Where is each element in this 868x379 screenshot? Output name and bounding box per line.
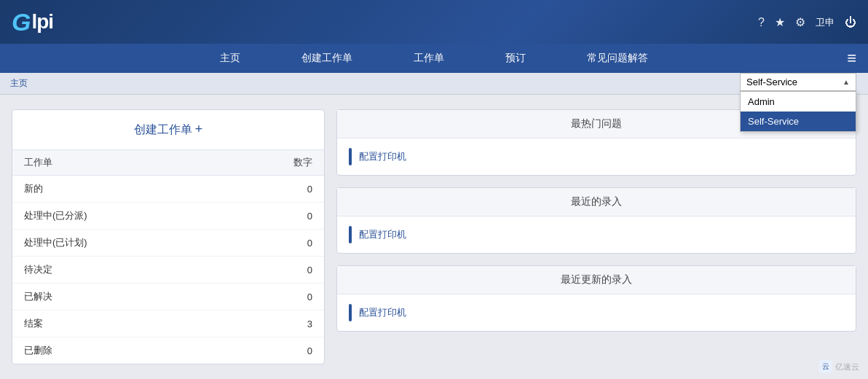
- create-ticket-header: 创建工作单+: [12, 110, 324, 150]
- plus-icon: +: [195, 122, 203, 136]
- ticket-row-value: 0: [221, 230, 324, 257]
- table-row: 已删除 0: [12, 337, 324, 364]
- card-accent-bar: [349, 304, 352, 321]
- table-row: 处理中(已计划) 0: [12, 230, 324, 257]
- ticket-row-label: 已解决: [12, 284, 221, 310]
- info-card-header: 最近的录入: [337, 188, 856, 216]
- logo-g: G: [12, 8, 30, 36]
- nav-booking[interactable]: 预订: [497, 46, 534, 71]
- ticket-row-label: 待决定: [12, 257, 221, 284]
- dropdown-option-admin[interactable]: Admin: [741, 92, 856, 112]
- right-panel: 最热门问题 配置打印机 最近的录入 配置打印机 最近更新的录入 配置打印机: [336, 109, 856, 364]
- watermark-text: 亿速云: [835, 362, 859, 372]
- table-row: 已解决 0: [12, 284, 324, 310]
- role-dropdown-trigger[interactable]: Self-Service ▲: [740, 73, 856, 91]
- main-content: 创建工作单+ 工作单 数字 新的 0 处理中(已分派) 0 处理中(已计划) 0…: [0, 95, 868, 379]
- info-card-recently-updated: 最近更新的录入 配置打印机: [336, 265, 856, 332]
- nav-faq[interactable]: 常见问题解答: [578, 46, 657, 71]
- table-row: 新的 0: [12, 176, 324, 203]
- ticket-row-label: 处理中(已分派): [12, 203, 221, 230]
- card-item-link[interactable]: 配置打印机: [359, 306, 406, 319]
- settings-icon[interactable]: ⚙: [795, 15, 805, 29]
- card-accent-bar: [349, 226, 352, 243]
- ticket-row-value: 0: [221, 337, 324, 364]
- nav-tickets[interactable]: 工作单: [405, 46, 453, 71]
- nav-home[interactable]: 主页: [211, 46, 249, 71]
- user-label[interactable]: 卫申: [816, 15, 835, 28]
- watermark-logo-icon: 云: [819, 360, 832, 373]
- nav-create-ticket[interactable]: 创建工作单: [293, 46, 361, 71]
- table-row: 待决定 0: [12, 257, 324, 284]
- info-card-body: 配置打印机: [337, 294, 856, 331]
- header-icons: ? ★ ⚙ 卫申 ⏻: [758, 15, 856, 29]
- ticket-row-value: 0: [221, 257, 324, 284]
- role-dropdown-menu: Admin Self-Service: [740, 91, 856, 132]
- info-card-body: 配置打印机: [337, 216, 856, 253]
- breadcrumb-home[interactable]: 主页: [10, 77, 28, 90]
- ticket-stats-panel: 创建工作单+ 工作单 数字 新的 0 处理中(已分派) 0 处理中(已计划) 0…: [12, 109, 325, 364]
- star-icon[interactable]: ★: [775, 15, 785, 29]
- ticket-row-value: 3: [221, 310, 324, 337]
- ticket-row-label: 结案: [12, 310, 221, 337]
- role-dropdown-container: Self-Service ▲ Admin Self-Service: [740, 73, 856, 132]
- ticket-row-value: 0: [221, 203, 324, 230]
- logo[interactable]: Glpi: [12, 8, 53, 36]
- info-card-recent-entries: 最近的录入 配置打印机: [336, 187, 856, 254]
- dropdown-arrow-icon: ▲: [843, 78, 850, 86]
- ticket-row-value: 0: [221, 284, 324, 310]
- breadcrumb-bar: 主页: [0, 73, 868, 95]
- col-ticket-header: 工作单: [12, 150, 221, 176]
- hamburger-icon[interactable]: ≡: [847, 49, 856, 68]
- card-accent-bar: [349, 148, 352, 165]
- ticket-row-value: 0: [221, 176, 324, 203]
- ticket-row-label: 新的: [12, 176, 221, 203]
- nav-items: 主页 创建工作单 工作单 预订 常见问题解答: [211, 46, 657, 71]
- info-card-body: 配置打印机: [337, 138, 856, 175]
- table-row: 结案 3: [12, 310, 324, 337]
- logo-rest: lpi: [31, 10, 53, 34]
- dropdown-option-selfservice[interactable]: Self-Service: [741, 112, 856, 131]
- app-header: Glpi ? ★ ⚙ 卫申 ⏻: [0, 0, 868, 44]
- navbar: 主页 创建工作单 工作单 预订 常见问题解答 ≡: [0, 44, 868, 73]
- ticket-row-label: 处理中(已计划): [12, 230, 221, 257]
- power-icon[interactable]: ⏻: [845, 15, 856, 28]
- watermark: 云 亿速云: [819, 360, 859, 373]
- card-item-link[interactable]: 配置打印机: [359, 150, 406, 163]
- table-row: 处理中(已分派) 0: [12, 203, 324, 230]
- help-icon[interactable]: ?: [758, 15, 765, 28]
- ticket-row-label: 已删除: [12, 337, 221, 364]
- card-item-link[interactable]: 配置打印机: [359, 228, 406, 241]
- ticket-table: 工作单 数字 新的 0 处理中(已分派) 0 处理中(已计划) 0 待决定 0 …: [12, 150, 324, 364]
- info-card-header: 最近更新的录入: [337, 266, 856, 294]
- create-ticket-link[interactable]: 创建工作单: [134, 123, 192, 136]
- col-number-header: 数字: [221, 150, 324, 176]
- role-dropdown-label: Self-Service: [746, 77, 797, 87]
